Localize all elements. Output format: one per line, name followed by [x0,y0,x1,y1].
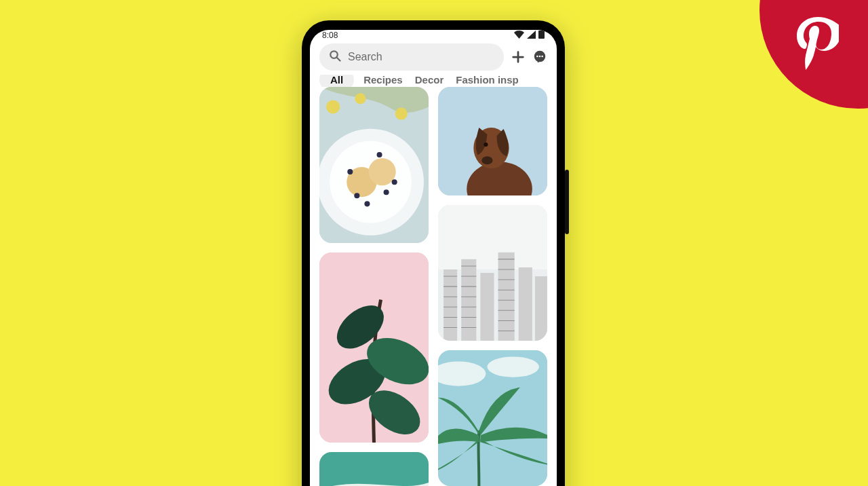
svg-point-15 [384,189,389,195]
svg-point-12 [368,158,395,185]
search-placeholder: Search [348,51,382,63]
pin-palm-sky[interactable] [438,350,547,486]
svg-rect-37 [480,273,494,341]
pin-food-plate[interactable] [319,87,429,243]
svg-point-14 [364,201,370,206]
svg-rect-0 [538,31,545,39]
svg-rect-40 [535,276,547,341]
pin-feed[interactable] [310,87,557,486]
pin-brown-dog[interactable] [438,87,547,195]
messages-button[interactable] [532,50,547,64]
svg-point-16 [392,179,397,185]
svg-point-7 [541,56,543,58]
svg-point-17 [347,169,353,174]
pin-pink-plant[interactable] [319,253,429,443]
svg-rect-1 [540,30,542,31]
svg-rect-38 [498,253,515,341]
search-icon [329,50,341,64]
pinterest-logo-icon [797,17,839,73]
svg-rect-39 [519,267,532,341]
feed-column-left [319,87,429,486]
svg-rect-34 [438,205,547,269]
wifi-icon [514,31,524,41]
svg-point-64 [487,356,538,377]
svg-point-32 [484,143,488,147]
svg-point-18 [377,152,382,157]
svg-point-5 [536,56,538,58]
svg-point-20 [355,93,366,104]
feed-column-right [438,87,547,486]
status-bar: 8:08 [310,30,557,41]
svg-rect-36 [461,259,476,341]
phone-screen: 8:08 Search [310,30,557,486]
svg-point-21 [395,107,408,119]
phone-power-button [565,170,569,234]
add-button[interactable] [511,50,526,64]
svg-rect-35 [443,269,457,341]
tab-fashion[interactable]: Fashion insp [453,75,521,87]
cellular-icon [527,31,536,41]
tab-all[interactable]: All [319,75,354,87]
tab-recipes[interactable]: Recipes [361,75,406,87]
pin-beach[interactable] [319,452,429,486]
search-input[interactable]: Search [319,43,504,71]
svg-point-31 [481,156,492,164]
phone-frame: 8:08 Search [302,20,565,486]
category-tabs: All Recipes Decor Fashion insp [310,75,557,87]
tab-decor[interactable]: Decor [412,75,447,87]
status-time: 8:08 [322,31,338,40]
pin-white-city[interactable] [438,205,547,341]
status-indicators [514,30,545,41]
brand-corner-badge [760,0,868,109]
svg-point-19 [326,100,340,113]
battery-icon [538,30,545,41]
search-row: Search [310,41,557,75]
svg-point-6 [539,56,541,58]
svg-point-13 [354,193,359,198]
svg-line-3 [336,57,340,60]
